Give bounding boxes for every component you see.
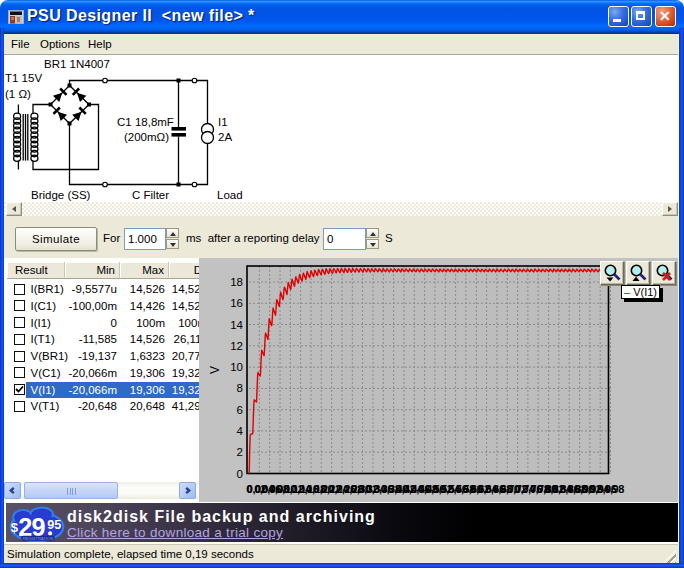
svg-text:Load: Load [217,189,243,201]
svg-text:14: 14 [230,319,243,331]
svg-text:0,98: 0,98 [604,483,624,495]
svg-text:I1: I1 [218,116,228,128]
svg-text:2: 2 [237,446,243,458]
svg-text:Bridge (SS): Bridge (SS) [31,189,91,201]
svg-text:C1 18,8mF: C1 18,8mF [117,116,174,128]
svg-text:T1 15V: T1 15V [5,72,42,84]
svg-text:8: 8 [237,382,243,394]
svg-text:12: 12 [230,340,243,352]
svg-text:(1 Ω): (1 Ω) [5,88,31,100]
svg-text:6: 6 [237,404,243,416]
svg-text:C Filter: C Filter [132,189,169,201]
svg-text:16: 16 [230,297,243,309]
svg-text:2A: 2A [218,131,232,143]
svg-text:(200mΩ): (200mΩ) [124,131,169,143]
svg-text:18: 18 [230,276,243,288]
svg-text:V: V [208,366,222,374]
svg-text:0: 0 [237,468,243,480]
svg-text:10: 10 [230,361,243,373]
svg-text:REGISTRATION: REGISTRATION [23,536,54,541]
svg-text:BR1 1N4007: BR1 1N4007 [44,58,110,70]
svg-text:4: 4 [237,425,244,437]
svg-text:95: 95 [47,518,61,532]
